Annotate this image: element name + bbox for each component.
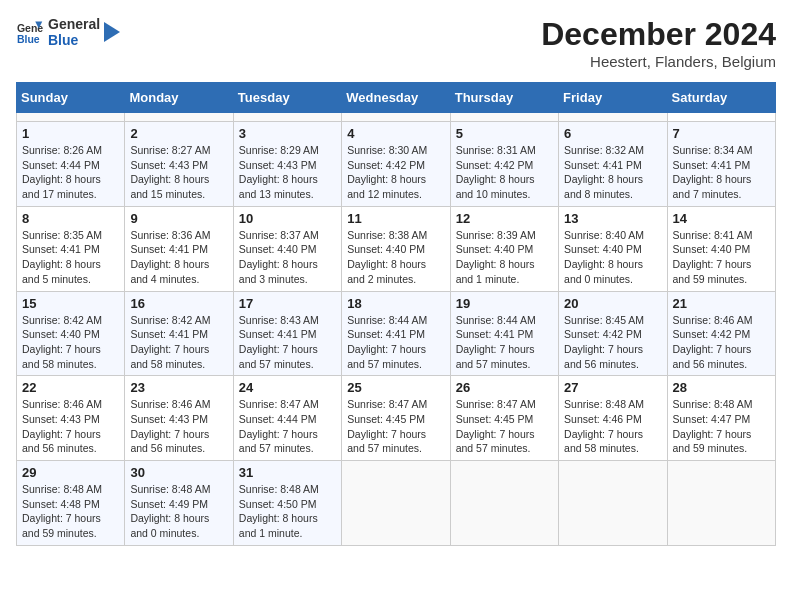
day-number: 2: [130, 126, 227, 141]
logo-icon: General Blue: [16, 18, 44, 46]
day-info: Sunrise: 8:36 AM Sunset: 4:41 PM Dayligh…: [130, 228, 227, 287]
day-number: 26: [456, 380, 553, 395]
day-number: 17: [239, 296, 336, 311]
calendar-table: Sunday Monday Tuesday Wednesday Thursday…: [16, 82, 776, 546]
table-cell: 10 Sunrise: 8:37 AM Sunset: 4:40 PM Dayl…: [233, 206, 341, 291]
day-number: 3: [239, 126, 336, 141]
col-tuesday: Tuesday: [233, 83, 341, 113]
table-cell: 21 Sunrise: 8:46 AM Sunset: 4:42 PM Dayl…: [667, 291, 775, 376]
table-cell: [667, 461, 775, 546]
table-cell: 6 Sunrise: 8:32 AM Sunset: 4:41 PM Dayli…: [559, 122, 667, 207]
logo: General Blue General Blue: [16, 16, 124, 48]
svg-marker-3: [104, 22, 120, 42]
day-number: 28: [673, 380, 770, 395]
calendar-header-row: Sunday Monday Tuesday Wednesday Thursday…: [17, 83, 776, 113]
day-info: Sunrise: 8:46 AM Sunset: 4:42 PM Dayligh…: [673, 313, 770, 372]
day-number: 5: [456, 126, 553, 141]
day-number: 7: [673, 126, 770, 141]
table-cell: 26 Sunrise: 8:47 AM Sunset: 4:45 PM Dayl…: [450, 376, 558, 461]
calendar-week-row: [17, 113, 776, 122]
table-cell: [559, 113, 667, 122]
table-cell: [450, 461, 558, 546]
day-number: 22: [22, 380, 119, 395]
table-cell: 9 Sunrise: 8:36 AM Sunset: 4:41 PM Dayli…: [125, 206, 233, 291]
day-info: Sunrise: 8:46 AM Sunset: 4:43 PM Dayligh…: [22, 397, 119, 456]
calendar-week-row: 8 Sunrise: 8:35 AM Sunset: 4:41 PM Dayli…: [17, 206, 776, 291]
day-info: Sunrise: 8:42 AM Sunset: 4:40 PM Dayligh…: [22, 313, 119, 372]
day-info: Sunrise: 8:44 AM Sunset: 4:41 PM Dayligh…: [456, 313, 553, 372]
col-friday: Friday: [559, 83, 667, 113]
day-number: 13: [564, 211, 661, 226]
day-number: 12: [456, 211, 553, 226]
table-cell: 27 Sunrise: 8:48 AM Sunset: 4:46 PM Dayl…: [559, 376, 667, 461]
table-cell: 7 Sunrise: 8:34 AM Sunset: 4:41 PM Dayli…: [667, 122, 775, 207]
day-info: Sunrise: 8:43 AM Sunset: 4:41 PM Dayligh…: [239, 313, 336, 372]
day-info: Sunrise: 8:38 AM Sunset: 4:40 PM Dayligh…: [347, 228, 444, 287]
day-number: 21: [673, 296, 770, 311]
day-info: Sunrise: 8:30 AM Sunset: 4:42 PM Dayligh…: [347, 143, 444, 202]
page-header: General Blue General Blue December 2024 …: [16, 16, 776, 70]
day-number: 15: [22, 296, 119, 311]
day-number: 24: [239, 380, 336, 395]
table-cell: 12 Sunrise: 8:39 AM Sunset: 4:40 PM Dayl…: [450, 206, 558, 291]
day-info: Sunrise: 8:48 AM Sunset: 4:46 PM Dayligh…: [564, 397, 661, 456]
day-info: Sunrise: 8:32 AM Sunset: 4:41 PM Dayligh…: [564, 143, 661, 202]
day-info: Sunrise: 8:45 AM Sunset: 4:42 PM Dayligh…: [564, 313, 661, 372]
table-cell: 30 Sunrise: 8:48 AM Sunset: 4:49 PM Dayl…: [125, 461, 233, 546]
day-info: Sunrise: 8:34 AM Sunset: 4:41 PM Dayligh…: [673, 143, 770, 202]
logo-arrow-icon: [104, 18, 124, 46]
table-cell: 5 Sunrise: 8:31 AM Sunset: 4:42 PM Dayli…: [450, 122, 558, 207]
logo-blue: Blue: [48, 32, 100, 48]
day-number: 9: [130, 211, 227, 226]
table-cell: 18 Sunrise: 8:44 AM Sunset: 4:41 PM Dayl…: [342, 291, 450, 376]
table-cell: 14 Sunrise: 8:41 AM Sunset: 4:40 PM Dayl…: [667, 206, 775, 291]
day-number: 23: [130, 380, 227, 395]
table-cell: 19 Sunrise: 8:44 AM Sunset: 4:41 PM Dayl…: [450, 291, 558, 376]
day-number: 16: [130, 296, 227, 311]
col-wednesday: Wednesday: [342, 83, 450, 113]
day-number: 6: [564, 126, 661, 141]
calendar-week-row: 29 Sunrise: 8:48 AM Sunset: 4:48 PM Dayl…: [17, 461, 776, 546]
table-cell: [342, 461, 450, 546]
day-info: Sunrise: 8:46 AM Sunset: 4:43 PM Dayligh…: [130, 397, 227, 456]
col-sunday: Sunday: [17, 83, 125, 113]
table-cell: 31 Sunrise: 8:48 AM Sunset: 4:50 PM Dayl…: [233, 461, 341, 546]
table-cell: 25 Sunrise: 8:47 AM Sunset: 4:45 PM Dayl…: [342, 376, 450, 461]
table-cell: [342, 113, 450, 122]
svg-text:Blue: Blue: [17, 33, 40, 45]
day-info: Sunrise: 8:35 AM Sunset: 4:41 PM Dayligh…: [22, 228, 119, 287]
day-number: 20: [564, 296, 661, 311]
location-title: Heestert, Flanders, Belgium: [541, 53, 776, 70]
title-area: December 2024 Heestert, Flanders, Belgiu…: [541, 16, 776, 70]
table-cell: [17, 113, 125, 122]
calendar-week-row: 15 Sunrise: 8:42 AM Sunset: 4:40 PM Dayl…: [17, 291, 776, 376]
day-info: Sunrise: 8:48 AM Sunset: 4:49 PM Dayligh…: [130, 482, 227, 541]
table-cell: 23 Sunrise: 8:46 AM Sunset: 4:43 PM Dayl…: [125, 376, 233, 461]
table-cell: [125, 113, 233, 122]
table-cell: 24 Sunrise: 8:47 AM Sunset: 4:44 PM Dayl…: [233, 376, 341, 461]
day-info: Sunrise: 8:31 AM Sunset: 4:42 PM Dayligh…: [456, 143, 553, 202]
day-number: 14: [673, 211, 770, 226]
day-number: 11: [347, 211, 444, 226]
calendar-week-row: 1 Sunrise: 8:26 AM Sunset: 4:44 PM Dayli…: [17, 122, 776, 207]
table-cell: [450, 113, 558, 122]
day-info: Sunrise: 8:48 AM Sunset: 4:47 PM Dayligh…: [673, 397, 770, 456]
day-number: 1: [22, 126, 119, 141]
day-number: 31: [239, 465, 336, 480]
day-info: Sunrise: 8:27 AM Sunset: 4:43 PM Dayligh…: [130, 143, 227, 202]
day-info: Sunrise: 8:37 AM Sunset: 4:40 PM Dayligh…: [239, 228, 336, 287]
day-number: 8: [22, 211, 119, 226]
day-info: Sunrise: 8:48 AM Sunset: 4:50 PM Dayligh…: [239, 482, 336, 541]
day-number: 4: [347, 126, 444, 141]
table-cell: 22 Sunrise: 8:46 AM Sunset: 4:43 PM Dayl…: [17, 376, 125, 461]
day-number: 18: [347, 296, 444, 311]
table-cell: 13 Sunrise: 8:40 AM Sunset: 4:40 PM Dayl…: [559, 206, 667, 291]
col-monday: Monday: [125, 83, 233, 113]
col-saturday: Saturday: [667, 83, 775, 113]
table-cell: 20 Sunrise: 8:45 AM Sunset: 4:42 PM Dayl…: [559, 291, 667, 376]
table-cell: 17 Sunrise: 8:43 AM Sunset: 4:41 PM Dayl…: [233, 291, 341, 376]
table-cell: 1 Sunrise: 8:26 AM Sunset: 4:44 PM Dayli…: [17, 122, 125, 207]
month-title: December 2024: [541, 16, 776, 53]
day-info: Sunrise: 8:48 AM Sunset: 4:48 PM Dayligh…: [22, 482, 119, 541]
table-cell: [667, 113, 775, 122]
